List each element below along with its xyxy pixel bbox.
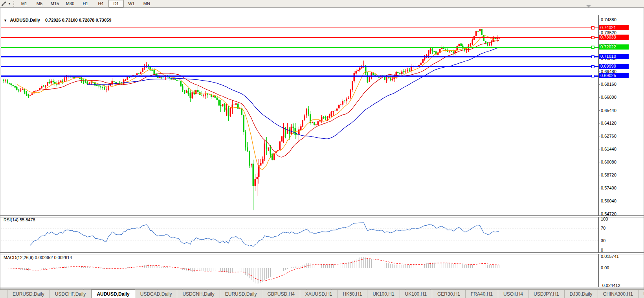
price-axis-tick	[598, 175, 600, 175]
price-axis-tick	[598, 72, 600, 72]
chart-tab-uk100-h1[interactable]: UK100,H1	[367, 290, 400, 298]
collapse-chart-icon[interactable]: ▼	[4, 18, 7, 22]
hline-price-label: 0.71010	[599, 54, 629, 59]
rsi-title: RSI(14) 55.8478	[4, 217, 35, 222]
price-axis-label: 0.61440	[601, 147, 616, 151]
price-axis-label: 0.64120	[601, 121, 616, 125]
chart-tab-uk100-h1[interactable]: UK100,H1	[400, 290, 432, 298]
horizontal-line-object[interactable]	[1, 56, 598, 58]
macd-indicator-chart[interactable]	[1, 254, 598, 287]
timeframe-button-w1[interactable]: W1	[124, 0, 139, 7]
hline-price-label: 0.74021	[599, 25, 629, 30]
price-axis-tick	[598, 188, 600, 188]
pane-separator	[0, 287, 644, 289]
macd-axis-label: 0.00	[601, 265, 609, 270]
price-axis-tick	[598, 97, 600, 97]
moving-average-line[interactable]	[40, 40, 499, 157]
horizontal-line-object[interactable]	[1, 27, 598, 29]
price-axis-tick	[598, 149, 600, 149]
line-handle[interactable]	[592, 46, 594, 48]
price-axis-tick	[598, 214, 600, 214]
chart-tab-xauusd-h1[interactable]: XAUUSD,H1	[300, 290, 338, 298]
pane-separator[interactable]	[0, 252, 644, 254]
chart-tab-eurusd-daily[interactable]: EURUSD,Daily	[220, 290, 262, 298]
chart-tab-gbpusd-h4[interactable]: GBPUSD,H4	[262, 290, 300, 298]
hline-price-label: 0.72022	[599, 44, 629, 50]
timeframe-button-h4[interactable]: H4	[93, 0, 108, 7]
price-axis-label: 0.66800	[601, 95, 616, 99]
hline-price-label: 0.73033	[599, 35, 629, 40]
price-axis-tick	[598, 33, 600, 33]
price-axis-tick	[598, 110, 600, 111]
price-axis-tick	[598, 201, 600, 201]
symbol-tab-bar: EURUSD,DailyUSDCHF,DailyAUDUSD,DailyUSDC…	[0, 289, 644, 298]
timeframe-button-m5[interactable]: M5	[32, 0, 47, 7]
rsi-axis-label: 0	[601, 248, 603, 252]
toolbar-grip[interactable]	[13, 1, 14, 7]
timeframe-button-m15[interactable]: M15	[47, 0, 62, 7]
horizontal-line-object[interactable]	[1, 66, 598, 68]
price-axis-label: 0.56040	[601, 199, 616, 203]
price-axis-label: 0.60080	[601, 160, 616, 164]
price-axis-label: 0.68160	[601, 82, 616, 86]
rsi-line	[30, 223, 499, 246]
chart-tab-china300-h1[interactable]: CHINA300,H1	[598, 290, 638, 298]
price-axis-label: 0.58720	[601, 173, 616, 177]
timeframe-button-d1[interactable]: D1	[108, 0, 124, 7]
chart-tab-hk50-h1[interactable]: HK50,H1	[338, 290, 368, 298]
timeframe-buttons: M1M5M15M30H1H4D1W1MN	[17, 0, 154, 7]
price-axis-tick	[598, 20, 600, 20]
timeframe-button-mn[interactable]: MN	[139, 0, 154, 7]
chart-tab-usdcnh-daily[interactable]: USDCNH,Daily	[177, 290, 220, 298]
rsi-axis-label: 70	[601, 226, 605, 230]
price-axis-label: 0.57400	[601, 186, 616, 190]
rsi-axis-label: 30	[601, 238, 605, 243]
chart-tab-usoil-h4[interactable]: USOil,H4	[498, 290, 528, 298]
chart-ohlc-values: 0.72926 0.73100 0.72878 0.73059	[45, 18, 111, 22]
horizontal-line-object[interactable]	[1, 36, 598, 39]
chart-title: ▼ AUDUSD,Daily 0.72926 0.73100 0.72878 0…	[4, 18, 111, 22]
line-handle[interactable]	[592, 36, 594, 39]
line-handle[interactable]	[592, 75, 594, 77]
timeframe-button-h1[interactable]: H1	[78, 0, 93, 7]
macd-title: MACD(12,26,9) 0.002352 0.002614	[4, 255, 72, 260]
chart-tab-usdjpy-h1[interactable]: USDJPY,H1	[528, 290, 564, 298]
pane-separator[interactable]	[0, 215, 644, 217]
chart-tab-fra40-h1[interactable]: FRA40,H1	[466, 290, 498, 298]
toolbar-dropdown-caret[interactable]: ▼	[8, 2, 11, 6]
price-axis-tick	[598, 123, 600, 123]
chart-tab-usdcad-daily[interactable]: USDCAD,Daily	[135, 290, 178, 298]
chart-window: ▼ AUDUSD,Daily 0.72926 0.73100 0.72878 0…	[0, 7, 644, 290]
timeframe-toolbar: ▼ M1M5M15M30H1H4D1W1MN	[0, 0, 644, 8]
chart-tab-usdchf-daily[interactable]: USDCHF,Daily	[50, 290, 92, 298]
line-handle[interactable]	[592, 27, 594, 29]
chart-tab-eurusd-daily[interactable]: EURUSD,Daily	[7, 290, 50, 298]
line-handle[interactable]	[592, 66, 594, 68]
price-axis-tick	[598, 84, 600, 85]
price-axis-label: 0.74880	[601, 17, 616, 22]
trendline-icon[interactable]	[0, 0, 8, 7]
horizontal-line-object[interactable]	[1, 46, 598, 48]
macd-axis-label: 0.015741	[601, 254, 619, 259]
price-axis-label: 0.65440	[601, 108, 616, 113]
chart-tab-ger30-h1[interactable]: GER30,H1	[432, 290, 466, 298]
chart-tab-audusd-daily[interactable]: AUDUSD,Daily	[91, 289, 135, 298]
price-axis-tick	[598, 136, 600, 136]
horizontal-line-object[interactable]	[1, 75, 598, 77]
rsi-indicator-chart[interactable]	[1, 217, 598, 252]
price-axis-label: 0.62760	[601, 134, 616, 138]
macd-histogram	[7, 257, 499, 284]
chart-tab-usoil-h1[interactable]: USOil,H1	[638, 290, 644, 298]
main-price-chart[interactable]	[1, 16, 598, 215]
timeframe-button-m1[interactable]: M1	[17, 0, 32, 7]
price-axis-tick	[598, 162, 600, 162]
timeframe-button-m30[interactable]: M30	[62, 0, 78, 7]
line-handle[interactable]	[592, 56, 594, 58]
chart-symbol-period: AUDUSD,Daily	[10, 18, 40, 22]
chart-tab-dj30-daily[interactable]: DJ30,Daily	[565, 290, 598, 298]
hline-price-label: 0.69025	[599, 73, 629, 78]
hline-price-label: 0.69999	[599, 64, 629, 69]
